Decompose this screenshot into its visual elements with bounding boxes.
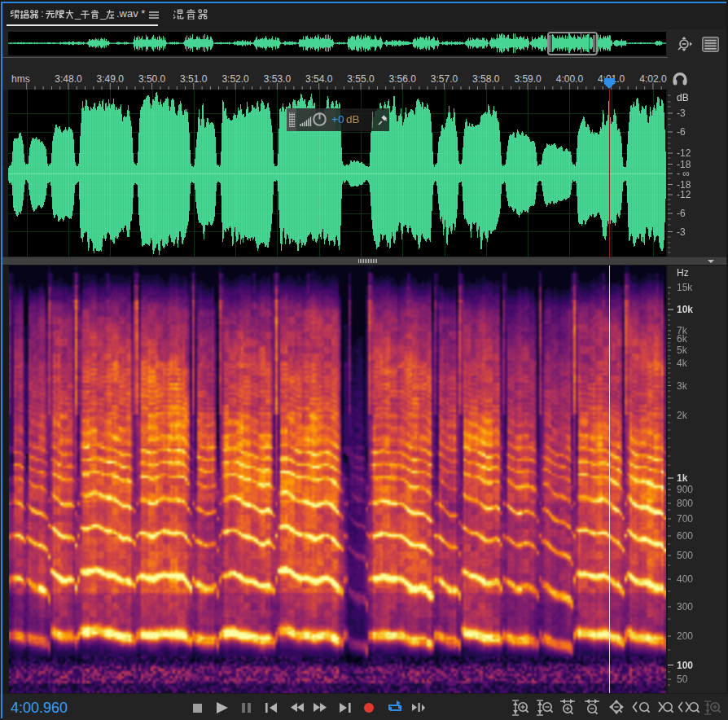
svg-text:800: 800 [677, 498, 693, 509]
svg-text:200: 200 [677, 630, 693, 642]
svg-text:50: 50 [677, 674, 688, 685]
svg-text:4:00.0: 4:00.0 [556, 73, 584, 85]
svg-text:3:55.0: 3:55.0 [347, 73, 375, 85]
svg-text:4:02.0: 4:02.0 [639, 73, 667, 85]
svg-text:3:57.0: 3:57.0 [431, 73, 458, 85]
svg-text:Hz: Hz [677, 267, 689, 279]
svg-text:-12: -12 [677, 147, 691, 159]
svg-text:15k: 15k [677, 282, 693, 293]
svg-text:3:53.0: 3:53.0 [264, 73, 292, 85]
svg-text:500: 500 [677, 550, 693, 561]
svg-text:- ∞: - ∞ [677, 168, 690, 179]
svg-text:3:59.0: 3:59.0 [514, 73, 542, 85]
svg-text:900: 900 [677, 484, 693, 495]
svg-text:-3: -3 [677, 108, 686, 119]
svg-text:hms: hms [11, 73, 30, 85]
svg-text:1k: 1k [677, 472, 688, 484]
svg-text:700: 700 [677, 513, 693, 525]
svg-text:3:50.0: 3:50.0 [138, 73, 166, 85]
svg-text:3:56.0: 3:56.0 [389, 73, 417, 85]
svg-text:400: 400 [677, 573, 693, 585]
svg-text:5k: 5k [677, 345, 688, 356]
svg-text:-3: -3 [677, 226, 686, 238]
svg-text:100: 100 [677, 660, 693, 671]
svg-text:2k: 2k [677, 410, 688, 421]
svg-text:-12: -12 [677, 189, 691, 200]
svg-text:dB: dB [677, 92, 689, 103]
svg-text:3:48.0: 3:48.0 [55, 73, 82, 85]
svg-text:600: 600 [677, 530, 693, 542]
svg-text:6k: 6k [677, 333, 688, 345]
svg-text:-6: -6 [677, 208, 686, 219]
svg-text:3k: 3k [677, 380, 688, 392]
svg-text:3:58.0: 3:58.0 [472, 73, 500, 85]
svg-text:4k: 4k [677, 358, 688, 369]
svg-text:3:54.0: 3:54.0 [305, 73, 333, 85]
svg-text:3:51.0: 3:51.0 [180, 73, 208, 85]
svg-text:-6: -6 [677, 126, 686, 138]
svg-text:3:49.0: 3:49.0 [97, 73, 125, 85]
svg-text:3:52.0: 3:52.0 [221, 73, 249, 85]
svg-text:300: 300 [677, 601, 693, 612]
svg-text:10k: 10k [677, 304, 693, 315]
